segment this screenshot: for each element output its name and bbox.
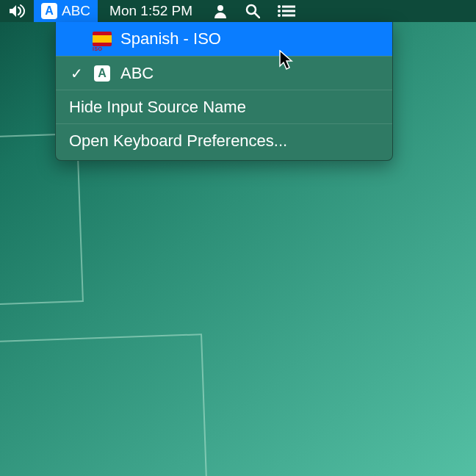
menu-item-label: Open Keyboard Preferences... <box>69 131 382 151</box>
svg-point-0 <box>217 5 223 11</box>
menu-item-keyboard-preferences[interactable]: Open Keyboard Preferences... <box>56 123 392 157</box>
svg-point-5 <box>278 10 281 12</box>
menu-list-icon[interactable] <box>269 0 304 22</box>
menu-item-label: Hide Input Source Name <box>69 98 382 117</box>
menubar: A ABC Mon 1:52 PM <box>0 0 476 22</box>
menu-item-spanish-iso[interactable]: Spanish - ISO <box>56 22 392 56</box>
input-source-dropdown: Spanish - ISO ✓ A ABC Hide Input Source … <box>55 22 393 161</box>
menu-item-label: Spanish - ISO <box>120 29 382 48</box>
search-icon[interactable] <box>237 0 269 22</box>
user-icon[interactable] <box>204 0 237 22</box>
wallpaper-shape <box>0 333 209 476</box>
menubar-clock[interactable]: Mon 1:52 PM <box>98 0 204 22</box>
checkmark-icon: ✓ <box>69 65 84 82</box>
input-source-a-icon: A <box>94 65 110 82</box>
svg-line-2 <box>255 13 259 18</box>
input-source-label: ABC <box>62 3 90 19</box>
input-source-a-icon: A <box>41 3 57 19</box>
menu-item-hide-input-source-name[interactable]: Hide Input Source Name <box>56 90 392 123</box>
svg-rect-6 <box>282 10 295 12</box>
svg-point-7 <box>278 14 281 17</box>
flag-spain-icon <box>93 32 112 46</box>
input-source-menu-trigger[interactable]: A ABC <box>34 0 98 22</box>
volume-icon[interactable] <box>0 0 34 22</box>
menu-item-label: ABC <box>120 64 382 83</box>
svg-rect-8 <box>282 15 295 17</box>
svg-rect-4 <box>282 6 295 8</box>
menu-item-abc[interactable]: ✓ A ABC <box>56 56 392 90</box>
svg-point-3 <box>278 5 281 8</box>
